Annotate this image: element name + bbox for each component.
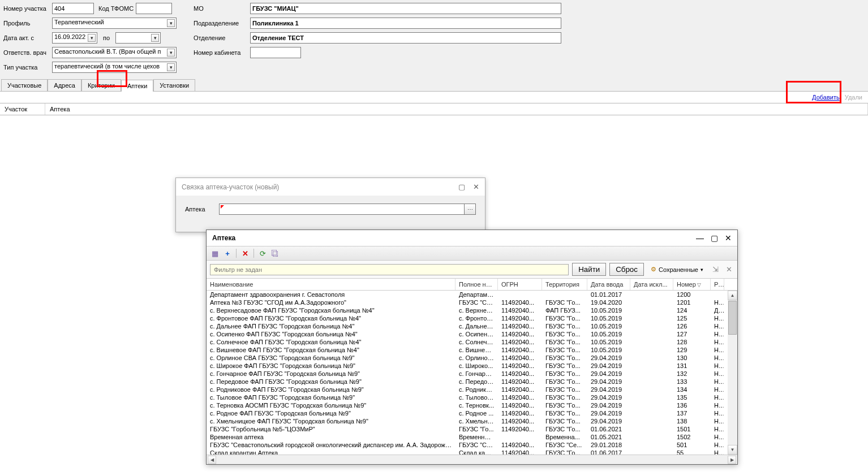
reset-button[interactable]: Сброс	[609, 263, 644, 276]
scrollbar-thumb[interactable]	[728, 301, 737, 335]
col-header-ogrn[interactable]: ОГРН	[498, 279, 542, 290]
cell: 10.05.2019	[587, 339, 630, 345]
tab-uchastkovye[interactable]: Участковые	[1, 79, 48, 91]
find-button[interactable]: Найти	[572, 263, 606, 276]
input-section-number[interactable]	[52, 3, 94, 14]
scroll-up-icon[interactable]: ▲	[728, 291, 737, 300]
copy-icon[interactable]: ⿻	[270, 248, 280, 258]
table-row[interactable]: ГБУЗС "Севастопольский городской онколог…	[207, 441, 737, 449]
input-date-to[interactable]	[115, 32, 161, 44]
select-resp-doctor[interactable]: Севастопольский В.Т. (Врач общей п	[52, 47, 177, 58]
cell: 124	[673, 307, 711, 314]
col-header-ra[interactable]: Ра	[711, 279, 724, 290]
vertical-scrollbar[interactable]: ▲ ▼	[728, 291, 737, 455]
table-row[interactable]: с. Родниковое ФАП ГБУЗС "Городская больн…	[207, 386, 737, 393]
cell: ГБУЗС "Го...	[542, 331, 587, 337]
col-apteka[interactable]: Аптека	[45, 103, 868, 115]
table-row[interactable]: с. Верхнесадовое ФАП ГБУЗС "Городская бо…	[207, 306, 737, 314]
table-row[interactable]: с. Осипенко ФАП ГБУЗС "Городская больниц…	[207, 330, 737, 338]
table-row[interactable]: с. Фронтовое ФАП ГБУЗС "Городская больни…	[207, 314, 737, 322]
delete-icon[interactable]: ✕	[240, 248, 250, 258]
table-row[interactable]: с. Широкое ФАП ГБУЗС "Городская больница…	[207, 362, 737, 370]
table-row[interactable]: с. Передовое ФАП ГБУЗС "Городская больни…	[207, 378, 737, 386]
tab-adresa[interactable]: Адреса	[48, 79, 81, 91]
tab-apteki[interactable]: Аптеки	[121, 80, 153, 92]
cell: ГБУЗС "Го...	[542, 370, 587, 377]
cell: Да	[711, 307, 724, 314]
label-mo: МО	[194, 5, 248, 12]
link-add[interactable]: Добавить	[812, 94, 840, 101]
dialog2-title: Аптека	[212, 234, 235, 242]
table-row[interactable]: с. Хмельницкое ФАП ГБУЗС "Городская боль…	[207, 417, 737, 425]
maximize-icon[interactable]: ▢	[458, 183, 465, 191]
filter-input[interactable]: Фильтр не задан	[210, 264, 569, 275]
table-row[interactable]: Департамент здравоохранения г. Севастопо…	[207, 291, 737, 298]
input-department[interactable]	[250, 32, 561, 44]
table-row[interactable]: с. Вишневое ФАП ГБУЗС "Городская больниц…	[207, 346, 737, 354]
cell: 136	[673, 402, 711, 409]
grid-body[interactable]: ▲ ▼ Департамент здравоохранения г. Севас…	[207, 291, 737, 455]
maximize-icon[interactable]: ▢	[711, 233, 718, 243]
pin-icon[interactable]: ⇲	[710, 265, 720, 275]
cell: 1502	[673, 434, 711, 440]
clear-icon[interactable]: ✕	[724, 265, 734, 275]
cell: 29.04.2019	[587, 410, 630, 417]
col-header-fullname[interactable]: Полное наи...	[456, 279, 498, 290]
table-row[interactable]: Временная аптекаВременная...Временна...0…	[207, 433, 737, 441]
input-mo[interactable]	[250, 3, 561, 14]
close-icon[interactable]: ✕	[473, 183, 479, 191]
col-header-number[interactable]: Номер▽	[673, 279, 711, 290]
cell: Склад карантин Аптека	[207, 449, 456, 455]
table-row[interactable]: с. Солнечное ФАП ГБУЗС "Городская больни…	[207, 338, 737, 346]
input-subdivision[interactable]	[250, 18, 561, 29]
cell: ГБУЗС "Горбольница №5-"ЦОЗМиР"	[207, 426, 456, 432]
select-profile[interactable]: Терапевтический	[52, 18, 177, 29]
table-row[interactable]: с. Гончарное ФАП ГБУЗС "Городская больни…	[207, 370, 737, 378]
minimize-icon[interactable]: —	[696, 233, 704, 243]
cell: с. Дальнее...	[456, 323, 498, 330]
cell: 126	[673, 323, 711, 330]
scroll-right-icon[interactable]: ▶	[728, 456, 736, 464]
table-row[interactable]: с. Дальнее ФАП ГБУЗС "Городская больница…	[207, 322, 737, 330]
tab-ustanovki[interactable]: Установки	[153, 79, 195, 91]
cell: Не	[711, 323, 724, 330]
tab-kriterii[interactable]: Критерии	[81, 79, 121, 91]
col-header-name[interactable]: Наименование	[207, 279, 456, 290]
saved-profiles-dropdown[interactable]: ⚙ Сохраненные ▾	[647, 265, 707, 274]
cell: ГБУЗС "Го...	[542, 354, 587, 361]
cell: 11492040...	[498, 347, 542, 353]
plus-icon[interactable]: +	[222, 248, 233, 258]
scroll-left-icon[interactable]: ◀	[208, 456, 216, 464]
table-row[interactable]: с. Орлиное СВА ГБУЗС "Городская больница…	[207, 354, 737, 362]
table-row[interactable]: Аптека №3 ГБУЗС "СГОД им А.А.Задорожного…	[207, 298, 737, 306]
cell: 1201	[673, 299, 711, 306]
document-icon[interactable]: ▦	[210, 248, 220, 258]
col-header-date-in[interactable]: Дата ввода	[587, 279, 630, 290]
close-icon[interactable]: ✕	[725, 233, 732, 243]
col-header-date-out[interactable]: Дата искл...	[630, 279, 673, 290]
cell: с. Роднико...	[456, 386, 498, 393]
input-room[interactable]	[250, 47, 301, 58]
ellipsis-icon[interactable]: ⋯	[464, 204, 475, 214]
table-row[interactable]: с. Тыловое ФАП ГБУЗС "Городская больница…	[207, 393, 737, 401]
refresh-icon[interactable]: ⟳	[257, 248, 268, 258]
input-tfoms-code[interactable]	[136, 3, 172, 14]
input-date-from[interactable]: 16.09.2022	[52, 32, 97, 44]
filter-row: Фильтр не задан Найти Сброс ⚙ Сохраненны…	[207, 261, 737, 278]
select-section-type[interactable]: терапевтический (в том числе цехов	[52, 62, 177, 73]
cell: ГБУЗС "Го...	[542, 339, 587, 345]
table-row[interactable]: ГБУЗС "Горбольница №5-"ЦОЗМиР"ГБУЗС "Го.…	[207, 425, 737, 433]
scroll-down-icon[interactable]: ▼	[728, 445, 737, 455]
cell: 29.04.2019	[587, 378, 630, 385]
col-header-territory[interactable]: Территория	[542, 279, 587, 290]
label-profile: Профиль	[3, 20, 50, 27]
dialog1-input-apteka[interactable]: ⋯	[219, 204, 476, 215]
table-row[interactable]: с. Терновка АОСМП ГБУЗС "Городская больн…	[207, 401, 737, 409]
cell: Не	[711, 402, 724, 409]
table-row[interactable]: с. Родное ФАП ГБУЗС "Городская больница …	[207, 409, 737, 417]
actions-bar: Добавить Удали	[0, 92, 868, 103]
date-from-value: 16.09.2022	[54, 33, 85, 40]
col-uchastok[interactable]: Участок	[0, 103, 45, 115]
horizontal-scrollbar[interactable]: ◀ ▶	[207, 455, 737, 464]
table-row[interactable]: Склад карантин АптекаСклад кара...114920…	[207, 449, 737, 455]
